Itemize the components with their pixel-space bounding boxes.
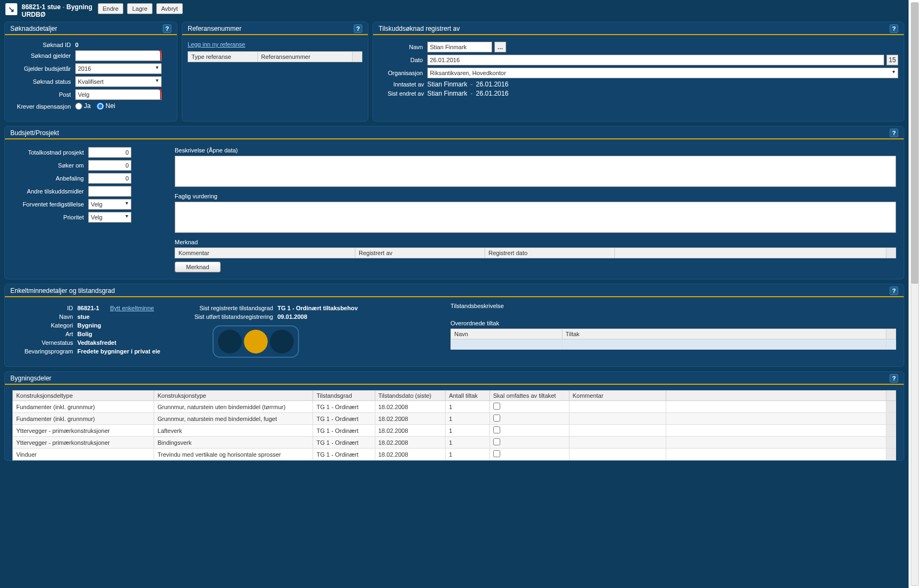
label-anbefaling: Anbefaling (12, 175, 88, 182)
traffic-light-red (270, 330, 294, 353)
table-row[interactable]: Fundamenter (inkl. grunnmur)Grunnmur, na… (13, 413, 896, 425)
label-merknad: Merknad (175, 239, 896, 245)
panel-reference: Referansenummer ? Legg inn ny referanse … (182, 22, 368, 122)
value-e-bev: Fredete bygninger i privat eie (77, 348, 160, 355)
label-org: Organisasjon (379, 70, 427, 76)
col-type: Type referanse (188, 52, 258, 62)
radio-nei[interactable] (97, 103, 104, 110)
merknad-button[interactable]: Merknad (175, 262, 221, 272)
label-soknad-id: Søknad ID (10, 42, 75, 48)
radio-nei-label[interactable]: Nei (97, 102, 115, 110)
header-id: 86821-1 (22, 3, 45, 11)
help-icon[interactable]: ? (890, 129, 898, 137)
label-status: Søknad status (10, 78, 75, 85)
select-status[interactable]: Kvalifisert (75, 76, 162, 87)
value-sistendret-navn: Stian Finmark (427, 90, 467, 97)
col-registrert-av: Registrert av (355, 248, 485, 258)
calendar-button[interactable]: 15 (886, 55, 898, 65)
value-sistutf: 09.01.2008 (277, 313, 307, 320)
select-budsjettaar[interactable]: 2016 (75, 63, 162, 74)
label-e-bev: Bevaringsprogram (12, 348, 77, 355)
help-icon[interactable]: ? (890, 374, 898, 383)
col-refnum: Referansenummer (257, 52, 352, 62)
panel-title: Bygningsdeler (10, 375, 51, 382)
grid-scroll-gutter (886, 248, 896, 258)
traffic-light-green (218, 330, 242, 353)
select-prioritet[interactable]: Velg (88, 212, 131, 223)
radio-ja-label[interactable]: Ja (75, 102, 91, 110)
label-dato: Dato (379, 57, 427, 63)
input-andre[interactable] (88, 186, 131, 197)
help-icon[interactable]: ? (890, 286, 898, 295)
page-scrollbar[interactable] (909, 0, 921, 588)
label-faglig: Faglig vurdering (175, 193, 896, 199)
label-tilstandsbeskr: Tilstandsbeskrivelse (450, 303, 896, 309)
label-soknad-gjelder: Søknad gjelder (10, 52, 75, 59)
panel-title: Tilskuddsøknad registrert av (379, 25, 460, 32)
textarea-beskrivelse[interactable] (175, 156, 896, 187)
panel-application-details: Søknadsdetaljer ? Søknad ID 0 Søknad gje… (4, 22, 177, 122)
table-row[interactable]: Yttervegger - primærkonstruksjonerLaftev… (13, 425, 896, 437)
input-navn[interactable] (427, 42, 492, 52)
label-dispensasjon: Krever dispensasjon (10, 103, 75, 110)
table-row[interactable]: Yttervegger - primærkonstruksjonerBindin… (13, 437, 896, 449)
label-e-kategori: Kategori (12, 322, 77, 329)
header-sub: URDBØ (22, 11, 92, 18)
col-2: Tilstandsgrad (313, 391, 375, 401)
save-button[interactable]: Lagre (127, 3, 152, 14)
panel-registered-by: Tilskuddsøknad registrert av ? Navn … Da… (373, 22, 904, 122)
col-0: Konstruksjonsdeltype (13, 391, 154, 401)
select-ferdig[interactable]: Velg (88, 199, 131, 210)
col-kommentar: Kommentar (175, 248, 355, 258)
input-soker-om[interactable] (88, 160, 131, 171)
label-post: Post (10, 91, 75, 98)
col-5: Skal omfattes av tiltaket (489, 391, 569, 401)
help-icon[interactable]: ? (163, 24, 171, 33)
panel-title: Referansenummer (188, 25, 241, 32)
table-row[interactable]: VinduerTrevindu med vertikale og horison… (13, 449, 896, 460)
page-header: ↘ 86821-1 stue - Bygning URDBØ Endre Lag… (0, 0, 909, 22)
value-e-navn: stue (77, 313, 90, 320)
label-inntastet: Inntastet av (379, 81, 427, 88)
input-soknad-gjelder[interactable] (75, 50, 162, 61)
value-soknad-id: 0 (75, 42, 78, 48)
value-e-verne: Vedtaksfredet (77, 339, 116, 346)
link-add-reference[interactable]: Legg inn ny referanse (188, 41, 245, 48)
label-e-id: ID (12, 305, 77, 311)
col-6: Kommentar (569, 391, 666, 401)
radio-ja[interactable] (75, 103, 82, 110)
label-overordnede: Overordnede tiltak (450, 320, 896, 326)
cancel-button[interactable]: Avbryt (156, 3, 183, 14)
help-icon[interactable]: ? (354, 24, 362, 33)
app-icon: ↘ (5, 3, 17, 15)
input-total[interactable] (88, 147, 131, 158)
input-dato[interactable] (427, 55, 884, 65)
merknad-table: Kommentar Registrert av Registrert dato (175, 248, 896, 258)
scrollbar-thumb[interactable] (911, 3, 918, 284)
textarea-faglig[interactable] (175, 202, 896, 233)
checkbox-omfattes[interactable] (493, 450, 500, 457)
help-icon[interactable]: ? (890, 24, 898, 33)
panel-title: Enkeltminnedetaljer og tilstandsgrad (10, 287, 115, 295)
checkbox-omfattes[interactable] (493, 426, 500, 433)
label-beskrivelse: Beskrivelse (Åpne data) (175, 147, 896, 153)
label-andre: Andre tilskuddsmidler (12, 188, 88, 195)
label-e-verne: Vernestatus (12, 339, 77, 346)
select-post[interactable]: Velg (75, 89, 162, 100)
grid-scroll-gutter (353, 52, 362, 62)
panel-title: Søknadsdetaljer (10, 25, 57, 32)
table-row[interactable]: Fundamenter (inkl. grunnmur)Grunnmur, na… (13, 401, 896, 413)
lookup-navn-button[interactable]: … (494, 42, 506, 52)
input-anbefaling[interactable] (88, 173, 131, 184)
checkbox-omfattes[interactable] (493, 403, 500, 410)
table-row[interactable] (451, 339, 896, 350)
panel-bygningsdeler: Bygningsdeler ? KonstruksjonsdeltypeKons… (4, 371, 904, 461)
link-bytt-enkeltminne[interactable]: Bytt enkeltminne (110, 305, 154, 311)
checkbox-omfattes[interactable] (493, 415, 500, 422)
calendar-icon: 15 (889, 56, 896, 64)
label-ferdig: Forventet ferdigstillelse (12, 201, 88, 208)
checkbox-omfattes[interactable] (493, 438, 500, 445)
edit-button[interactable]: Endre (98, 3, 123, 14)
value-inntastet-dato: 26.01.2016 (476, 81, 508, 88)
select-org[interactable]: Riksantikvaren, Hovedkontor (427, 68, 898, 78)
